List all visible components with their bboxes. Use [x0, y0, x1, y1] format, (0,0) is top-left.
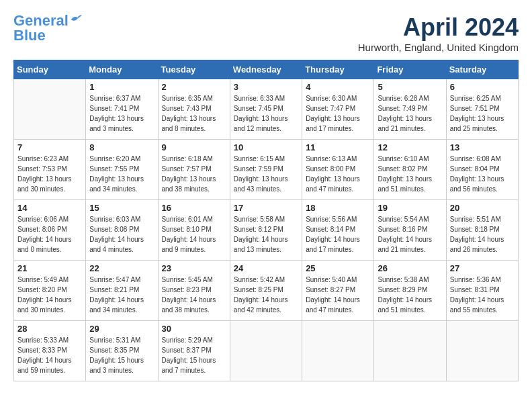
- day-cell: 6Sunrise: 6:25 AM Sunset: 7:51 PM Daylig…: [446, 79, 518, 140]
- header-monday: Monday: [86, 60, 158, 79]
- day-number: 10: [234, 142, 298, 152]
- day-number: 8: [89, 142, 154, 152]
- day-number: 26: [378, 263, 442, 273]
- day-cell: 17Sunrise: 5:58 AM Sunset: 8:12 PM Dayli…: [230, 200, 302, 261]
- day-cell: 1Sunrise: 6:37 AM Sunset: 7:41 PM Daylig…: [86, 79, 158, 140]
- day-cell: [374, 321, 446, 381]
- day-cell: [230, 321, 302, 381]
- day-cell: 9Sunrise: 6:18 AM Sunset: 7:57 PM Daylig…: [158, 140, 230, 200]
- day-number: 5: [378, 82, 442, 92]
- day-info: Sunrise: 6:10 AM Sunset: 8:02 PM Dayligh…: [378, 154, 442, 194]
- calendar-header-row: SundayMondayTuesdayWednesdayThursdayFrid…: [14, 60, 519, 79]
- location-text: Hurworth, England, United Kingdom: [358, 42, 519, 53]
- day-number: 11: [306, 142, 370, 152]
- logo-text: General: [13, 13, 69, 28]
- day-cell: 5Sunrise: 6:28 AM Sunset: 7:49 PM Daylig…: [374, 79, 446, 140]
- day-info: Sunrise: 5:49 AM Sunset: 8:20 PM Dayligh…: [17, 275, 82, 315]
- day-cell: 28Sunrise: 5:33 AM Sunset: 8:33 PM Dayli…: [14, 321, 86, 381]
- day-cell: 27Sunrise: 5:36 AM Sunset: 8:31 PM Dayli…: [446, 261, 518, 321]
- day-info: Sunrise: 5:58 AM Sunset: 8:12 PM Dayligh…: [234, 214, 298, 255]
- day-cell: 7Sunrise: 6:23 AM Sunset: 7:53 PM Daylig…: [14, 140, 86, 200]
- day-info: Sunrise: 5:36 AM Sunset: 8:31 PM Dayligh…: [450, 275, 515, 315]
- day-info: Sunrise: 6:35 AM Sunset: 7:43 PM Dayligh…: [162, 93, 226, 134]
- day-cell: 15Sunrise: 6:03 AM Sunset: 8:08 PM Dayli…: [86, 200, 158, 261]
- day-number: 18: [306, 203, 370, 213]
- day-number: 12: [378, 142, 442, 152]
- day-info: Sunrise: 6:08 AM Sunset: 8:04 PM Dayligh…: [450, 154, 515, 194]
- day-info: Sunrise: 6:03 AM Sunset: 8:08 PM Dayligh…: [89, 214, 154, 255]
- month-title: April 2024: [358, 13, 519, 42]
- header-friday: Friday: [374, 60, 446, 79]
- header-saturday: Saturday: [446, 60, 518, 79]
- week-row-2: 7Sunrise: 6:23 AM Sunset: 7:53 PM Daylig…: [14, 140, 519, 200]
- day-info: Sunrise: 5:31 AM Sunset: 8:35 PM Dayligh…: [89, 335, 154, 375]
- day-number: 17: [234, 203, 298, 213]
- day-number: 14: [17, 203, 82, 213]
- day-info: Sunrise: 5:29 AM Sunset: 8:37 PM Dayligh…: [162, 335, 226, 375]
- day-cell: 21Sunrise: 5:49 AM Sunset: 8:20 PM Dayli…: [14, 261, 86, 321]
- day-number: 4: [306, 82, 370, 92]
- day-info: Sunrise: 5:42 AM Sunset: 8:25 PM Dayligh…: [234, 275, 298, 315]
- day-number: 25: [306, 263, 370, 273]
- day-cell: 25Sunrise: 5:40 AM Sunset: 8:27 PM Dayli…: [302, 261, 374, 321]
- day-info: Sunrise: 6:30 AM Sunset: 7:47 PM Dayligh…: [306, 93, 370, 134]
- page-header: General Blue April 2024 Hurworth, Englan…: [13, 13, 519, 53]
- day-cell: 29Sunrise: 5:31 AM Sunset: 8:35 PM Dayli…: [86, 321, 158, 381]
- day-cell: 2Sunrise: 6:35 AM Sunset: 7:43 PM Daylig…: [158, 79, 230, 140]
- day-info: Sunrise: 6:20 AM Sunset: 7:55 PM Dayligh…: [89, 154, 154, 194]
- day-number: 9: [162, 142, 226, 152]
- day-number: 7: [17, 142, 82, 152]
- week-row-3: 14Sunrise: 6:06 AM Sunset: 8:06 PM Dayli…: [14, 200, 519, 261]
- day-number: 23: [162, 263, 226, 273]
- day-cell: 4Sunrise: 6:30 AM Sunset: 7:47 PM Daylig…: [302, 79, 374, 140]
- day-cell: [302, 321, 374, 381]
- header-tuesday: Tuesday: [158, 60, 230, 79]
- day-number: 29: [89, 324, 154, 334]
- day-cell: 24Sunrise: 5:42 AM Sunset: 8:25 PM Dayli…: [230, 261, 302, 321]
- day-cell: 18Sunrise: 5:56 AM Sunset: 8:14 PM Dayli…: [302, 200, 374, 261]
- day-number: 13: [450, 142, 515, 152]
- day-info: Sunrise: 5:56 AM Sunset: 8:14 PM Dayligh…: [306, 214, 370, 255]
- day-cell: 20Sunrise: 5:51 AM Sunset: 8:18 PM Dayli…: [446, 200, 518, 261]
- day-number: 24: [234, 263, 298, 273]
- day-info: Sunrise: 6:37 AM Sunset: 7:41 PM Dayligh…: [89, 93, 154, 134]
- day-cell: 23Sunrise: 5:45 AM Sunset: 8:23 PM Dayli…: [158, 261, 230, 321]
- logo-bird-icon: [70, 13, 82, 23]
- day-info: Sunrise: 5:47 AM Sunset: 8:21 PM Dayligh…: [89, 275, 154, 315]
- title-block: April 2024 Hurworth, England, United Kin…: [358, 13, 519, 53]
- day-cell: 16Sunrise: 6:01 AM Sunset: 8:10 PM Dayli…: [158, 200, 230, 261]
- day-number: 2: [162, 82, 226, 92]
- day-info: Sunrise: 6:15 AM Sunset: 7:59 PM Dayligh…: [234, 154, 298, 194]
- day-cell: 30Sunrise: 5:29 AM Sunset: 8:37 PM Dayli…: [158, 321, 230, 381]
- week-row-5: 28Sunrise: 5:33 AM Sunset: 8:33 PM Dayli…: [14, 321, 519, 381]
- day-cell: 3Sunrise: 6:33 AM Sunset: 7:45 PM Daylig…: [230, 79, 302, 140]
- day-info: Sunrise: 5:40 AM Sunset: 8:27 PM Dayligh…: [306, 275, 370, 315]
- day-number: 3: [234, 82, 298, 92]
- logo: General Blue: [13, 13, 82, 43]
- week-row-4: 21Sunrise: 5:49 AM Sunset: 8:20 PM Dayli…: [14, 261, 519, 321]
- day-cell: 11Sunrise: 6:13 AM Sunset: 8:00 PM Dayli…: [302, 140, 374, 200]
- day-cell: [14, 79, 86, 140]
- day-number: 1: [89, 82, 154, 92]
- day-info: Sunrise: 6:01 AM Sunset: 8:10 PM Dayligh…: [162, 214, 226, 255]
- day-info: Sunrise: 6:25 AM Sunset: 7:51 PM Dayligh…: [450, 93, 515, 134]
- day-cell: [446, 321, 518, 381]
- day-cell: 10Sunrise: 6:15 AM Sunset: 7:59 PM Dayli…: [230, 140, 302, 200]
- calendar-table: SundayMondayTuesdayWednesdayThursdayFrid…: [13, 60, 519, 381]
- day-info: Sunrise: 6:13 AM Sunset: 8:00 PM Dayligh…: [306, 154, 370, 194]
- day-cell: 26Sunrise: 5:38 AM Sunset: 8:29 PM Dayli…: [374, 261, 446, 321]
- day-cell: 12Sunrise: 6:10 AM Sunset: 8:02 PM Dayli…: [374, 140, 446, 200]
- day-number: 22: [89, 263, 154, 273]
- day-info: Sunrise: 6:33 AM Sunset: 7:45 PM Dayligh…: [234, 93, 298, 134]
- logo-text-blue: Blue: [13, 28, 46, 43]
- day-number: 27: [450, 263, 515, 273]
- day-info: Sunrise: 6:23 AM Sunset: 7:53 PM Dayligh…: [17, 154, 82, 194]
- day-cell: 8Sunrise: 6:20 AM Sunset: 7:55 PM Daylig…: [86, 140, 158, 200]
- day-info: Sunrise: 6:18 AM Sunset: 7:57 PM Dayligh…: [162, 154, 226, 194]
- day-info: Sunrise: 5:45 AM Sunset: 8:23 PM Dayligh…: [162, 275, 226, 315]
- header-thursday: Thursday: [302, 60, 374, 79]
- day-number: 16: [162, 203, 226, 213]
- day-number: 19: [378, 203, 442, 213]
- day-cell: 13Sunrise: 6:08 AM Sunset: 8:04 PM Dayli…: [446, 140, 518, 200]
- day-info: Sunrise: 5:54 AM Sunset: 8:16 PM Dayligh…: [378, 214, 442, 255]
